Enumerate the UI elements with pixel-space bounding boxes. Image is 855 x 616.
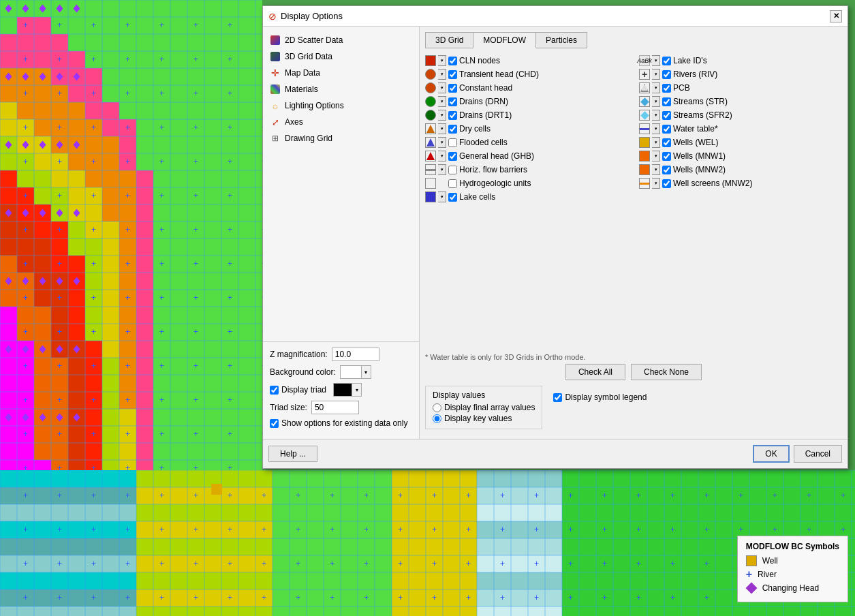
show-options-checkbox[interactable]: [270, 419, 279, 428]
lakeid-checkbox[interactable]: [662, 57, 671, 65]
cln-checkbox[interactable]: [448, 57, 457, 65]
mnw2-color-btn[interactable]: [639, 164, 650, 175]
transient-checkbox[interactable]: [448, 70, 457, 79]
bg-color-dropdown[interactable]: ▾: [362, 365, 371, 379]
drn-dd[interactable]: ▾: [438, 96, 446, 107]
sidebar-item-3d-grid[interactable]: 3D Grid Data: [263, 48, 419, 65]
sidebar-item-2d-scatter[interactable]: 2D Scatter Data: [263, 32, 419, 48]
sfr2-checkbox[interactable]: [662, 111, 671, 120]
riv-checkbox[interactable]: [662, 70, 671, 79]
str-checkbox[interactable]: [662, 97, 671, 106]
screens-color-btn[interactable]: [639, 178, 650, 189]
ghb-dd[interactable]: ▾: [438, 151, 446, 161]
ok-button[interactable]: OK: [753, 445, 789, 463]
triad-size-input[interactable]: [311, 401, 359, 414]
dry-label: Dry cells: [459, 124, 491, 134]
screens-dd[interactable]: ▾: [652, 178, 660, 189]
drt1-checkbox[interactable]: [448, 111, 457, 120]
wt-dd[interactable]: ▾: [652, 123, 660, 134]
wel-color-btn[interactable]: [639, 137, 650, 148]
sidebar-item-map-data[interactable]: ✛ Map Data: [263, 65, 419, 81]
flooded-dd[interactable]: ▾: [438, 137, 446, 148]
wt-color-btn[interactable]: [639, 123, 650, 134]
const-color-btn[interactable]: [425, 82, 436, 93]
const-checkbox[interactable]: [448, 84, 457, 93]
sidebar-item-lighting[interactable]: ☼ Lighting Options: [263, 97, 419, 114]
riv-color-btn[interactable]: +: [639, 69, 650, 80]
check-all-button[interactable]: Check All: [565, 364, 625, 380]
dry-color-btn[interactable]: [425, 123, 436, 134]
const-dd[interactable]: ▾: [438, 82, 446, 93]
ghb-color-btn[interactable]: [425, 151, 436, 161]
pcb-label: PCB: [673, 83, 690, 93]
sidebar-item-materials[interactable]: Materials: [263, 81, 419, 97]
mnw1-checkbox[interactable]: [662, 152, 671, 161]
wel-checkbox[interactable]: [662, 138, 671, 147]
sfr2-color-btn[interactable]: [639, 110, 650, 121]
pcb-checkbox[interactable]: [662, 84, 671, 93]
tab-particles[interactable]: Particles: [535, 32, 587, 48]
hfb-dd[interactable]: ▾: [438, 164, 446, 175]
lakeid-color-btn[interactable]: AaBk: [639, 55, 650, 66]
sfr2-dd[interactable]: ▾: [652, 110, 660, 121]
dialog-icon: ⊘: [268, 11, 277, 22]
dry-dd[interactable]: ▾: [438, 123, 446, 134]
radio-final-values[interactable]: [433, 403, 441, 412]
pcb-color-btn[interactable]: [639, 82, 650, 93]
riv-dd[interactable]: ▾: [652, 69, 660, 80]
str-dd[interactable]: ▾: [652, 96, 660, 107]
radio-key-values[interactable]: [433, 414, 441, 423]
lake-color-btn[interactable]: [425, 191, 436, 202]
wt-checkbox[interactable]: [662, 125, 671, 134]
hfb-color-btn[interactable]: [425, 164, 436, 175]
close-button[interactable]: ✕: [830, 10, 842, 22]
lake-dd[interactable]: ▾: [438, 191, 446, 202]
pcb-dd[interactable]: ▾: [652, 82, 660, 93]
flooded-color-btn[interactable]: [425, 137, 436, 148]
hydrogeo-color-btn: [425, 178, 436, 189]
cln-color-btn[interactable]: [425, 55, 436, 66]
tab-3d-grid[interactable]: 3D Grid: [425, 32, 473, 48]
transient-color-btn[interactable]: [425, 69, 436, 80]
triad-color-picker[interactable]: ▾: [333, 383, 362, 397]
dry-checkbox[interactable]: [448, 125, 457, 134]
drt1-dd[interactable]: ▾: [438, 110, 446, 121]
mnw1-color-btn[interactable]: [639, 151, 650, 161]
drn-color-btn[interactable]: [425, 96, 436, 107]
item-transient-head: ▾ Transient head (CHD): [425, 67, 628, 81]
sidebar-label-3d: 3D Grid Data: [285, 52, 332, 61]
drt1-color-btn[interactable]: [425, 110, 436, 121]
triad-color-dropdown[interactable]: ▾: [352, 383, 362, 397]
wel-dd[interactable]: ▾: [652, 137, 660, 148]
ghb-checkbox[interactable]: [448, 152, 457, 161]
tab-modflow[interactable]: MODFLOW: [473, 32, 536, 48]
flooded-checkbox[interactable]: [448, 138, 457, 147]
items-columns: ▾ CLN nodes ▾ Transient head (CHD): [425, 54, 842, 352]
mnw2-checkbox[interactable]: [662, 166, 671, 174]
sidebar-item-axes[interactable]: ⤢ Axes: [263, 114, 419, 130]
symbol-legend-checkbox[interactable]: [553, 393, 562, 402]
lakeid-dd[interactable]: ▾: [652, 55, 660, 66]
const-label: Constant head: [459, 83, 512, 93]
z-mag-input[interactable]: [332, 348, 379, 361]
hydrogeo-checkbox[interactable]: [448, 179, 457, 188]
screens-checkbox[interactable]: [662, 179, 671, 188]
mnw1-dd[interactable]: ▾: [652, 151, 660, 161]
check-none-button[interactable]: Check None: [631, 364, 702, 380]
sidebar-item-drawing-grid[interactable]: ⊞ Drawing Grid: [263, 130, 419, 147]
transient-dd[interactable]: ▾: [438, 69, 446, 80]
cln-dd[interactable]: ▾: [438, 55, 446, 66]
help-button[interactable]: Help ...: [268, 446, 317, 462]
cancel-button[interactable]: Cancel: [794, 445, 842, 463]
mnw2-dd[interactable]: ▾: [652, 164, 660, 175]
tab-bar: 3D Grid MODFLOW Particles: [425, 32, 842, 48]
display-triad-checkbox[interactable]: [270, 386, 279, 395]
hfb-checkbox[interactable]: [448, 166, 457, 174]
sfr2-label: Streams (SFR2): [673, 110, 732, 120]
right-column: AaBk ▾ Lake ID's + ▾ Rivers (RIV): [639, 54, 842, 352]
str-color-btn[interactable]: [639, 96, 650, 107]
bg-color-picker[interactable]: ▾: [340, 365, 371, 379]
drn-checkbox[interactable]: [448, 97, 457, 106]
lake-checkbox[interactable]: [448, 193, 457, 202]
2d-scatter-icon: [270, 35, 281, 46]
